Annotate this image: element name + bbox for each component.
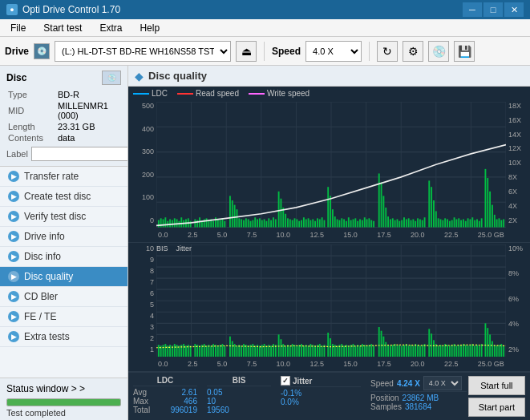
svg-rect-104: [362, 220, 363, 228]
stats-bis-max-val: 10: [207, 397, 216, 406]
svg-rect-145: [460, 220, 462, 228]
svg-rect-86: [319, 219, 321, 227]
stats-jitter-header: ✓ Jitter: [281, 376, 361, 387]
svg-rect-71: [285, 214, 286, 228]
svg-rect-291: [406, 344, 407, 357]
svg-rect-84: [314, 221, 316, 228]
svg-rect-140: [449, 221, 451, 228]
svg-rect-229: [259, 345, 261, 357]
legend-read: Read speed: [177, 89, 239, 98]
svg-rect-264: [341, 344, 342, 357]
svg-rect-315: [463, 344, 464, 357]
jitter-checkbox[interactable]: ✓: [281, 376, 290, 386]
svg-rect-153: [479, 221, 480, 228]
svg-rect-115: [390, 219, 391, 227]
disc-table: Type BD-R MID MILLENMR1 (000) Length 23.…: [6, 88, 121, 144]
svg-rect-275: [366, 345, 368, 357]
nav-item-transfer-rate[interactable]: ▶ Transfer rate: [0, 167, 127, 187]
svg-rect-284: [390, 345, 391, 357]
start-full-button[interactable]: Start full: [468, 376, 525, 395]
toolbar-separator: [264, 42, 265, 61]
svg-rect-313: [458, 345, 459, 357]
svg-rect-155: [484, 169, 486, 228]
minimize-button[interactable]: ─: [463, 2, 482, 17]
svg-rect-321: [476, 345, 478, 357]
disc-icon: 💿: [102, 71, 121, 85]
settings-button[interactable]: ⚙: [403, 41, 423, 62]
svg-rect-296: [417, 345, 419, 357]
svg-rect-298: [422, 345, 423, 357]
nav-item-extra-tests[interactable]: ▶ Extra tests: [0, 327, 127, 347]
svg-rect-326: [489, 334, 491, 357]
svg-rect-272: [359, 345, 361, 357]
svg-rect-121: [403, 217, 405, 227]
svg-rect-325: [487, 328, 488, 357]
disc-button[interactable]: 💿: [428, 41, 449, 62]
svg-rect-137: [442, 220, 443, 228]
nav-label-discinfo: Disc info: [24, 251, 61, 262]
legend-write: Write speed: [249, 89, 310, 98]
svg-rect-58: [254, 217, 256, 227]
maximize-button[interactable]: □: [483, 2, 503, 17]
drive-select[interactable]: (L:) HL-DT-ST BD-RE WH16NS58 TST4: [55, 41, 231, 62]
disc-mid-label: MID: [8, 101, 56, 120]
svg-rect-157: [489, 192, 491, 228]
svg-rect-72: [287, 218, 289, 227]
menu-help[interactable]: Help: [132, 20, 167, 36]
svg-rect-45: [222, 218, 224, 227]
svg-rect-42: [215, 217, 216, 227]
progress-bar-fill: [7, 399, 120, 406]
speed-select[interactable]: 4.0 X: [305, 41, 362, 62]
nav-item-disc-info[interactable]: ▶ Disc info: [0, 247, 127, 267]
nav-item-cd-bler[interactable]: ▶ CD Bler: [0, 287, 127, 307]
ldc-y-axis-right: 18X 16X 14X 12X 10X 8X 6X 4X 2X: [506, 100, 530, 226]
svg-rect-91: [332, 209, 334, 227]
drive-label: Drive: [5, 46, 29, 57]
start-part-button[interactable]: Start part: [468, 398, 525, 417]
nav-item-drive-info[interactable]: ▶ Drive info: [0, 227, 127, 247]
content-area: ◆ Disc quality LDC Read speed Write spee…: [128, 66, 530, 420]
save-button[interactable]: 💾: [454, 41, 475, 62]
stats-total-label: Total: [133, 406, 150, 414]
stats-speed-val: 4.24 X: [397, 379, 420, 388]
status-window-label: Status window > >: [6, 383, 85, 394]
svg-rect-113: [385, 208, 386, 228]
menu-start-test[interactable]: Start test: [36, 20, 89, 36]
svg-rect-273: [362, 344, 363, 357]
eject-button[interactable]: ⏏: [236, 41, 257, 62]
stats-position-val: 23862 MB: [403, 394, 439, 402]
disc-mid-row: MID MILLENMR1 (000): [8, 101, 119, 120]
svg-rect-267: [348, 345, 350, 357]
svg-rect-218: [234, 344, 236, 357]
svg-rect-56: [250, 221, 252, 228]
svg-rect-210: [212, 344, 214, 357]
stats-speed-select[interactable]: 4.0 X: [423, 376, 462, 390]
refresh-button[interactable]: ↻: [377, 41, 398, 62]
svg-rect-201: [190, 345, 192, 357]
progress-bar-container: [6, 398, 121, 406]
nav-item-fe-te[interactable]: ▶ FE / TE: [0, 307, 127, 327]
close-button[interactable]: ✕: [504, 2, 524, 17]
svg-rect-288: [399, 345, 400, 357]
disc-label-input[interactable]: [31, 147, 128, 161]
svg-rect-123: [408, 218, 410, 227]
menu-extra[interactable]: Extra: [92, 20, 129, 36]
menu-bar: File Start test Extra Help: [0, 19, 530, 37]
svg-rect-54: [245, 218, 247, 227]
disc-label-row: Label 🔍: [6, 147, 121, 161]
svg-rect-143: [455, 219, 457, 227]
bis-chart: BIS Jitter 10 9 8 7 6 5 4 3 2 1: [128, 243, 530, 372]
nav-item-create-test-disc[interactable]: ▶ Create test disc: [0, 187, 127, 207]
nav-item-disc-quality[interactable]: ▶ Disc quality: [0, 267, 127, 287]
menu-file[interactable]: File: [3, 20, 33, 36]
svg-rect-199: [185, 345, 187, 357]
svg-rect-314: [460, 345, 462, 357]
svg-rect-211: [215, 345, 216, 357]
nav-icon-quality: ▶: [8, 271, 19, 282]
svg-rect-152: [476, 219, 478, 227]
svg-rect-194: [174, 344, 176, 357]
nav-item-verify-test-disc[interactable]: ▶ Verify test disc: [0, 207, 127, 227]
svg-rect-132: [431, 187, 432, 227]
status-window-button[interactable]: Status window > >: [6, 381, 121, 397]
nav-icon-drive: ▶: [8, 231, 19, 242]
